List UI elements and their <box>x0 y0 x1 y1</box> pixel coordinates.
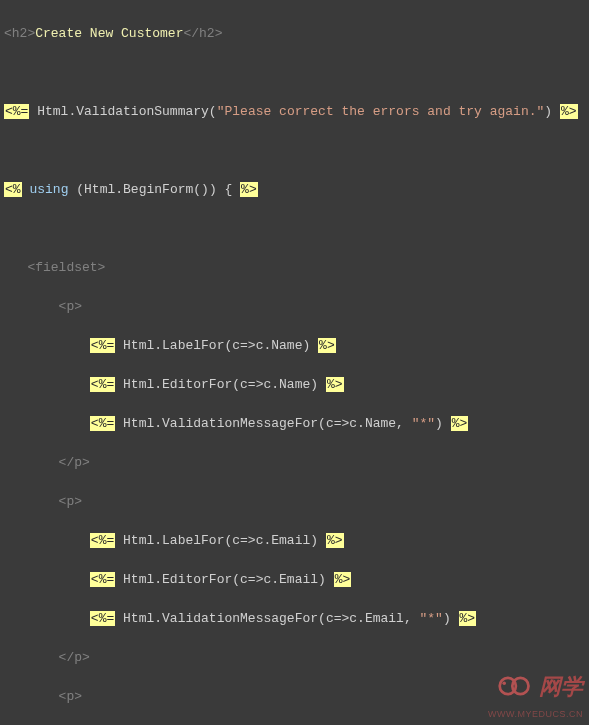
fieldset-open: <fieldset> <box>27 260 105 275</box>
asp-close: %> <box>560 104 578 119</box>
p-close: </p> <box>59 455 90 470</box>
validation-summary-call: Html.ValidationSummary <box>37 104 209 119</box>
validation-summary-msg: "Please correct the errors and try again… <box>217 104 545 119</box>
logo-icon <box>497 671 533 701</box>
heading-text: Create New Customer <box>35 26 183 41</box>
p-open: <p> <box>59 299 82 314</box>
asp-open: <% <box>4 182 22 197</box>
svg-point-2 <box>502 682 506 686</box>
h2-open-tag: <h2> <box>4 26 35 41</box>
begin-form-call: Html.BeginForm() <box>84 182 209 197</box>
watermark-url: WWW.MYEDUCS.CN <box>488 708 583 722</box>
code-editor: <h2>Create New Customer</h2> <%= Html.Va… <box>0 0 589 725</box>
h2-close-tag: </h2> <box>183 26 222 41</box>
watermark: 网学 WWW.MYEDUCS.CN <box>488 670 583 722</box>
using-keyword: using <box>29 182 68 197</box>
watermark-text: 网学 <box>539 670 583 703</box>
asp-open-eq: <%= <box>4 104 29 119</box>
